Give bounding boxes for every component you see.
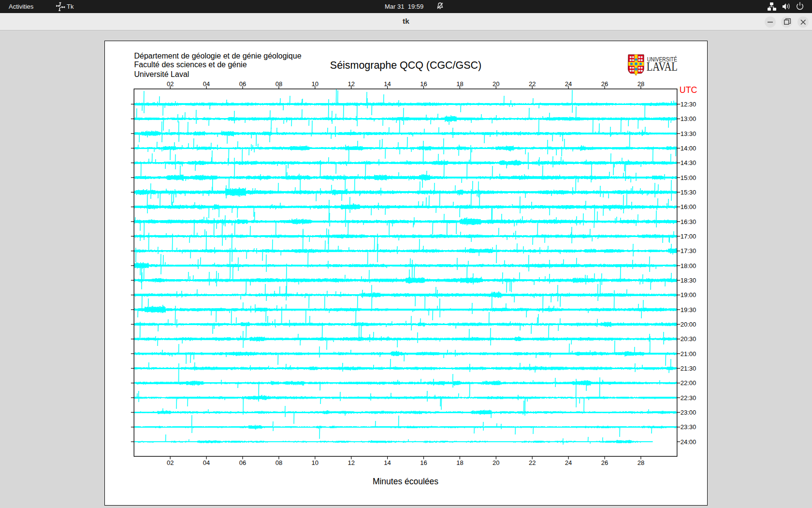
svg-text:Minutes écoulées: Minutes écoulées xyxy=(373,477,438,486)
svg-text:10: 10 xyxy=(312,80,319,88)
svg-text:20:00: 20:00 xyxy=(681,321,696,328)
svg-text:18: 18 xyxy=(456,459,463,466)
svg-text:18:30: 18:30 xyxy=(681,277,696,284)
svg-text:12: 12 xyxy=(348,459,354,466)
svg-text:16:30: 16:30 xyxy=(681,218,696,225)
svg-text:02: 02 xyxy=(167,80,174,88)
svg-text:Université Laval: Université Laval xyxy=(134,70,189,78)
svg-text:08: 08 xyxy=(276,459,282,466)
svg-text:15:30: 15:30 xyxy=(681,189,696,196)
svg-text:Faculté des sciences et de gén: Faculté des sciences et de génie xyxy=(134,60,247,69)
svg-text:24: 24 xyxy=(565,80,572,88)
svg-text:17:30: 17:30 xyxy=(681,247,696,254)
svg-text:26: 26 xyxy=(601,80,608,88)
svg-text:Tk: Tk xyxy=(67,3,74,10)
svg-text:23:00: 23:00 xyxy=(681,409,696,416)
svg-text:Séismographe QCQ (CGC/GSC): Séismographe QCQ (CGC/GSC) xyxy=(330,60,481,71)
svg-text:22:00: 22:00 xyxy=(681,379,696,387)
svg-text:10: 10 xyxy=(312,459,319,466)
svg-text:24:00: 24:00 xyxy=(681,438,696,446)
svg-text:16: 16 xyxy=(420,80,427,88)
svg-text:20: 20 xyxy=(493,459,499,466)
svg-text:26: 26 xyxy=(601,459,608,466)
svg-text:19:00: 19:00 xyxy=(681,291,696,299)
svg-text:22:30: 22:30 xyxy=(681,394,696,402)
svg-text:06: 06 xyxy=(239,80,246,88)
svg-text:LAVAL: LAVAL xyxy=(647,60,678,73)
svg-text:18:00: 18:00 xyxy=(681,262,696,269)
svg-text:16: 16 xyxy=(420,459,427,466)
svg-text:20:30: 20:30 xyxy=(681,335,696,343)
svg-text:04: 04 xyxy=(203,459,210,466)
svg-text:15:00: 15:00 xyxy=(681,174,696,181)
svg-text:06: 06 xyxy=(239,459,246,466)
svg-text:04: 04 xyxy=(203,80,210,88)
svg-text:14:30: 14:30 xyxy=(681,159,696,166)
svg-text:17:00: 17:00 xyxy=(681,233,696,240)
svg-text:18: 18 xyxy=(456,80,463,88)
svg-text:19:30: 19:30 xyxy=(681,306,696,314)
svg-text:14: 14 xyxy=(384,459,391,466)
svg-text:22: 22 xyxy=(529,80,536,88)
svg-text:21:00: 21:00 xyxy=(681,350,696,358)
svg-text:UTC: UTC xyxy=(680,85,697,95)
svg-text:12:30: 12:30 xyxy=(681,101,696,108)
svg-text:02: 02 xyxy=(167,459,174,466)
svg-text:28: 28 xyxy=(638,459,644,466)
svg-text:16:00: 16:00 xyxy=(681,203,696,210)
svg-text:24: 24 xyxy=(565,459,572,466)
svg-text:Département de géologie et de: Département de géologie et de génie géol… xyxy=(134,52,302,60)
svg-text:22: 22 xyxy=(529,459,536,466)
svg-text:14: 14 xyxy=(384,80,391,88)
svg-text:20: 20 xyxy=(493,80,499,88)
svg-text:12: 12 xyxy=(348,80,354,88)
svg-text:08: 08 xyxy=(276,80,282,88)
svg-text:23:30: 23:30 xyxy=(681,423,696,431)
svg-text:28: 28 xyxy=(638,80,644,88)
svg-text:13:00: 13:00 xyxy=(681,115,696,122)
svg-text:13:30: 13:30 xyxy=(681,130,696,137)
svg-text:21:30: 21:30 xyxy=(681,365,696,372)
svg-text:14:00: 14:00 xyxy=(681,145,696,152)
